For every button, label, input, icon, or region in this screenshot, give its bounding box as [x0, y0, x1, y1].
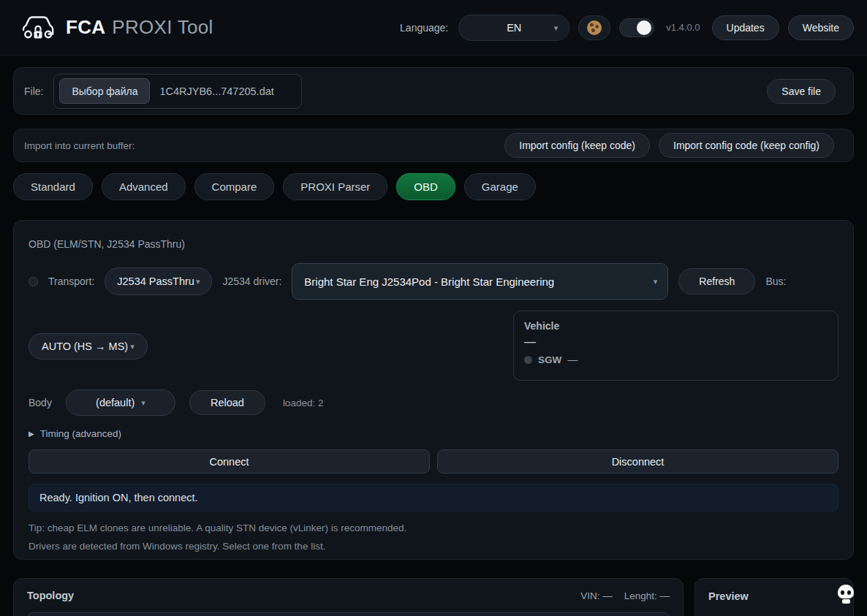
vehicle-panel: Vehicle — SGW —: [513, 311, 838, 381]
top-bar-actions: Language: EN ▾ v1.4.0.0 Updates Website: [400, 15, 854, 41]
vin-field: VIN: —: [580, 590, 613, 601]
preview-panel: Preview: [694, 578, 854, 616]
choose-file-button[interactable]: Выбор файла: [59, 78, 150, 104]
language-label: Language:: [400, 22, 448, 34]
bus-label: Bus:: [765, 275, 786, 287]
body-row: Body (default) ▾ Reload loaded: 2: [29, 389, 838, 416]
import-config-code-keep-config-button[interactable]: Import config code (keep config): [659, 133, 834, 158]
file-bar: File: Выбор файла 1C4RJYB6...747205.dat …: [13, 67, 854, 115]
topology-title: Topology: [27, 590, 74, 601]
language-select[interactable]: EN ▾: [458, 15, 569, 41]
version-label: v1.4.0.0: [666, 22, 700, 33]
logo-area: FCAPROXI Tool: [19, 10, 213, 45]
timing-label: Timing (advanced): [40, 428, 121, 439]
chevron-down-icon: ▾: [141, 399, 145, 407]
file-input[interactable]: Выбор файла 1C4RJYB6...747205.dat: [53, 74, 302, 109]
bus-select[interactable]: AUTO (HS → MS) ▾: [29, 333, 148, 360]
chevron-down-icon: ▾: [196, 278, 200, 286]
vin-label: VIN:: [580, 590, 599, 601]
j2534-driver-select[interactable]: Bright Star Eng J2534Pod - Bright Star E…: [292, 263, 668, 300]
tab-proxi-parser[interactable]: PROXI Parser: [283, 173, 387, 200]
selected-filename: 1C4RJYB6...747205.dat: [159, 85, 273, 97]
topology-header: Topology VIN: — Lenght: —: [27, 590, 670, 601]
top-bar: FCAPROXI Tool Language: EN ▾ v1.4.0.0 Up…: [0, 0, 867, 56]
app-title: FCAPROXI Tool: [66, 16, 213, 39]
body-label: Body: [29, 397, 52, 408]
chevron-down-icon: ▾: [130, 343, 135, 351]
sgw-status-led: [524, 356, 532, 364]
obd-panel-title: OBD (ELM/STN, J2534 PassThru): [29, 235, 838, 250]
cookie-icon: [587, 20, 602, 35]
file-label: File:: [24, 85, 43, 97]
tab-garage[interactable]: Garage: [464, 173, 536, 200]
transport-label: Transport:: [48, 275, 94, 287]
bottom-row: Topology VIN: — Lenght: — Preview: [13, 578, 854, 616]
vin-length-area: VIN: — Lenght: —: [580, 590, 670, 601]
vehicle-panel-title: Vehicle: [524, 320, 828, 332]
sgw-label: SGW: [538, 354, 561, 365]
topology-content-placeholder: [27, 612, 670, 616]
transport-value: J2534 PassThru: [117, 275, 194, 287]
sgw-row: SGW —: [524, 354, 828, 365]
connect-row: Connect Disconnect: [29, 449, 838, 474]
theme-toggle[interactable]: [619, 18, 654, 37]
length-value: —: [660, 590, 670, 601]
vehicle-value: —: [524, 335, 828, 349]
sgw-value: —: [567, 354, 578, 365]
length-label: Lenght:: [624, 590, 657, 601]
loaded-count: loaded: 2: [283, 398, 324, 408]
driver-value: Bright Star Eng J2534Pod - Bright Star E…: [304, 275, 554, 288]
vin-value: —: [602, 590, 613, 601]
tab-obd[interactable]: OBD: [396, 173, 455, 200]
updates-button[interactable]: Updates: [712, 15, 779, 40]
transport-status-led: [29, 277, 38, 286]
car-lock-logo-icon: [19, 10, 57, 45]
transport-row: Transport: J2534 PassThru ▾ J2534 driver…: [29, 263, 838, 300]
reload-button[interactable]: Reload: [189, 390, 265, 415]
save-file-button[interactable]: Save file: [767, 79, 836, 104]
driver-label: J2534 driver:: [222, 275, 281, 287]
refresh-drivers-button[interactable]: Refresh: [678, 268, 755, 294]
website-button[interactable]: Website: [788, 15, 854, 40]
length-field: Lenght: —: [624, 590, 670, 601]
app-title-sub: PROXI Tool: [112, 16, 213, 38]
tab-advanced[interactable]: Advanced: [102, 173, 186, 200]
bus-vehicle-row: AUTO (HS → MS) ▾ Vehicle — SGW —: [29, 311, 838, 381]
toggle-knob: [637, 20, 651, 35]
status-bar: Ready. Ignition ON, then connect.: [29, 484, 838, 512]
topology-panel: Topology VIN: — Lenght: —: [13, 578, 684, 616]
tab-compare[interactable]: Compare: [194, 173, 275, 200]
disconnect-button[interactable]: Disconnect: [437, 449, 838, 474]
cookie-button[interactable]: [578, 15, 610, 40]
body-value: (default): [96, 397, 135, 408]
chevron-down-icon: ▾: [554, 24, 559, 32]
transport-select[interactable]: J2534 PassThru ▾: [105, 267, 212, 295]
preview-title: Preview: [708, 590, 749, 602]
app-title-main: FCA: [66, 16, 105, 38]
bus-value: AUTO (HS → MS): [42, 341, 128, 352]
timing-advanced-toggle[interactable]: ▶ Timing (advanced): [29, 428, 121, 439]
chevron-down-icon: ▾: [654, 278, 658, 286]
import-label: Import into current buffer:: [24, 140, 135, 151]
body-select[interactable]: (default) ▾: [66, 389, 175, 416]
app-window: FCAPROXI Tool Language: EN ▾ v1.4.0.0 Up…: [0, 0, 867, 616]
tab-standard[interactable]: Standard: [13, 173, 93, 200]
language-value: EN: [507, 22, 521, 34]
status-text: Ready. Ignition ON, then connect.: [39, 492, 198, 503]
tip-elm-clones: Tip: cheap ELM clones are unreliable. A …: [29, 522, 838, 533]
import-bar: Import into current buffer: Import confi…: [13, 129, 854, 162]
obd-panel: OBD (ELM/STN, J2534 PassThru) Transport:…: [13, 220, 854, 560]
play-icon: ▶: [29, 430, 34, 438]
skull-icon[interactable]: [836, 585, 855, 604]
import-config-keep-code-button[interactable]: Import config (keep code): [504, 133, 650, 158]
connect-button[interactable]: Connect: [29, 449, 430, 474]
tip-drivers-registry: Drivers are detected from Windows regist…: [29, 541, 838, 552]
main-tabs: Standard Advanced Compare PROXI Parser O…: [13, 173, 854, 200]
